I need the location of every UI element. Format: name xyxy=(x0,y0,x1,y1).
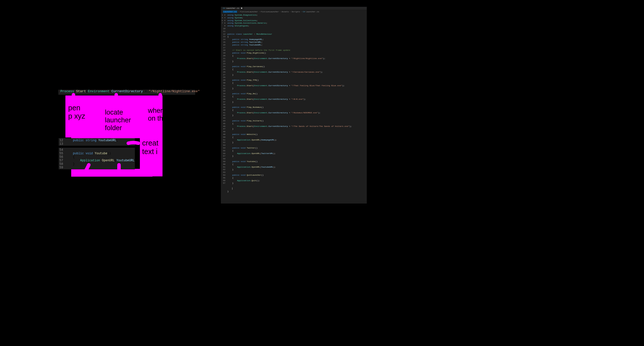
annotation-label-open: pen p xyz xyxy=(68,104,85,120)
tab-launcher[interactable]: C# Launcher.cs xyxy=(221,7,244,10)
breadcrumb-part: Scripts xyxy=(292,11,300,13)
chevron-right-icon: › xyxy=(301,11,302,13)
dirty-indicator-icon xyxy=(241,8,242,9)
annotation-label-create: creat text i xyxy=(142,139,158,156)
tab-bar: C# Launcher.cs xyxy=(221,7,367,10)
chevron-right-icon: › xyxy=(259,11,260,13)
breadcrumb[interactable]: Launcher.cs › FictionLauncher › FictionL… xyxy=(221,10,367,14)
breadcrumb-part: FictionLauncher xyxy=(261,11,279,13)
breadcrumb-part: Launcher.cs xyxy=(306,11,319,13)
annotation-highlight xyxy=(71,169,152,177)
code-content[interactable]: using System.Diagnostics; using System; … xyxy=(227,14,367,204)
annotation-code-snippet-youtubeurl: 12 public string YoutubeURL;13 xyxy=(59,138,135,146)
line-number-gutter: 1 2 3 4 5 6 7 8 9 10 11 12 13 14 15 16 1… xyxy=(221,14,227,204)
chevron-right-icon: › xyxy=(290,11,291,13)
breadcrumb-part: FictionLauncher xyxy=(240,11,258,13)
csharp-file-icon: C# xyxy=(303,11,305,13)
annotation-label-where: wher on th xyxy=(148,107,163,122)
annotation-code-snippet-youtube-method: 5455 public void Youtube()56 {57 Applica… xyxy=(59,148,135,169)
code-editor: C# Launcher.cs Launcher.cs › FictionLaun… xyxy=(221,7,367,204)
csharp-file-icon: C# xyxy=(223,7,225,9)
tab-label: Launcher.cs xyxy=(226,7,239,9)
chevron-right-icon: › xyxy=(238,11,239,13)
breadcrumb-part: Assets xyxy=(281,11,289,13)
breadcrumb-highlighted: Launcher.cs xyxy=(223,11,237,13)
annotation-code-snippet-top: Process.Start(Environment.CurrentDirecto… xyxy=(58,90,195,95)
annotation-label-locate: locate launcher folder xyxy=(105,109,131,132)
code-area[interactable]: 1 2 3 4 5 6 7 8 9 10 11 12 13 14 15 16 1… xyxy=(221,14,367,204)
chevron-right-icon: › xyxy=(279,11,281,13)
